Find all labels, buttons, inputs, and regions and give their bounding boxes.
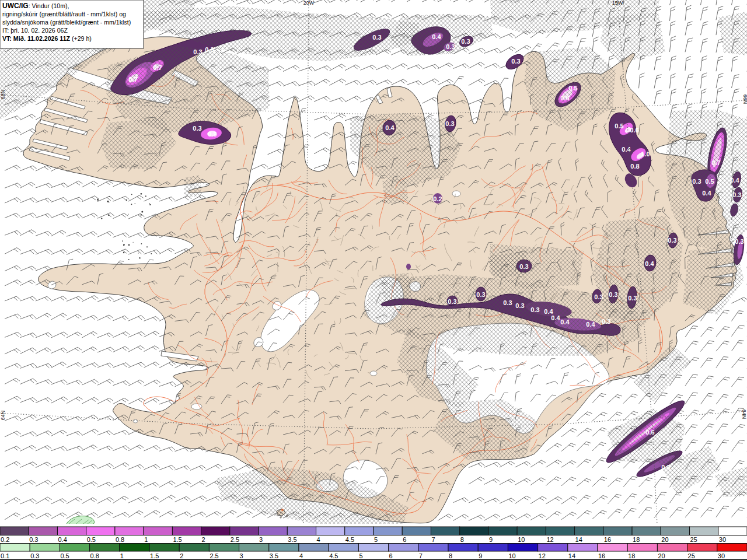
svg-text:18: 18 — [628, 552, 635, 559]
svg-text:3.5: 3.5 — [270, 552, 278, 559]
svg-text:0.3: 0.3 — [661, 464, 670, 471]
svg-text:0.5: 0.5 — [60, 552, 69, 559]
svg-text:0.4: 0.4 — [551, 314, 560, 321]
svg-text:0.3: 0.3 — [446, 43, 455, 50]
svg-text:0.6: 0.6 — [560, 94, 569, 102]
svg-text:16: 16 — [598, 552, 605, 559]
svg-text:0.7: 0.7 — [711, 159, 720, 166]
svg-text:IT: þri. 10. 02. 2026 06Z: IT: þri. 10. 02. 2026 06Z — [2, 27, 68, 34]
svg-text:15W: 15W — [612, 0, 623, 6]
svg-text:66N: 66N — [742, 94, 747, 104]
svg-text:0.3: 0.3 — [30, 552, 39, 559]
svg-text:64N: 64N — [741, 410, 747, 419]
svg-text:rigning/skúrir (grænt/blátt/ra: rigning/skúrir (grænt/blátt/rautt - mm/1… — [2, 10, 126, 18]
svg-text:20: 20 — [658, 552, 665, 559]
svg-text:0.3: 0.3 — [732, 191, 741, 198]
svg-text:3: 3 — [240, 552, 243, 559]
svg-text:3: 3 — [259, 536, 263, 543]
svg-text:0.5: 0.5 — [568, 85, 577, 92]
svg-text:6: 6 — [403, 536, 406, 543]
svg-text:0.8: 0.8 — [116, 536, 124, 543]
svg-text:0.4: 0.4 — [702, 190, 711, 197]
svg-text:10: 10 — [508, 552, 515, 559]
svg-text:25: 25 — [688, 552, 695, 559]
svg-text:0.8: 0.8 — [630, 163, 639, 170]
svg-text:0.3: 0.3 — [602, 318, 610, 325]
svg-text:14: 14 — [568, 552, 575, 559]
svg-text:0.3: 0.3 — [668, 237, 676, 244]
svg-text:6: 6 — [389, 552, 393, 559]
svg-text:0.6: 0.6 — [630, 127, 638, 134]
svg-text:0.2: 0.2 — [433, 195, 442, 202]
svg-text:0.7: 0.7 — [128, 76, 137, 83]
svg-text:3.5: 3.5 — [288, 536, 296, 543]
svg-text:0.3: 0.3 — [515, 302, 524, 309]
svg-text:1.5: 1.5 — [150, 552, 159, 559]
svg-text:0.3: 0.3 — [609, 291, 617, 298]
svg-text:4: 4 — [299, 552, 303, 559]
svg-text:0.3: 0.3 — [193, 125, 201, 132]
svg-text:64N: 64N — [0, 411, 6, 421]
svg-text:0.2: 0.2 — [1, 536, 9, 543]
svg-text:0.4: 0.4 — [586, 321, 595, 328]
svg-text:12: 12 — [539, 552, 546, 559]
svg-text:0.8: 0.8 — [90, 552, 99, 559]
svg-text:9: 9 — [479, 552, 482, 559]
svg-text:9: 9 — [489, 536, 493, 543]
svg-text:30: 30 — [718, 552, 725, 559]
svg-text:5: 5 — [359, 552, 362, 559]
svg-text:0.4: 0.4 — [58, 536, 67, 543]
svg-text:0.3: 0.3 — [692, 178, 701, 185]
svg-text:20W: 20W — [303, 0, 315, 6]
svg-text:0.3: 0.3 — [193, 48, 202, 55]
svg-text:0.4: 0.4 — [622, 146, 631, 153]
svg-text:0.3: 0.3 — [372, 34, 381, 41]
svg-text:VT: Mið. 11.02.2026 11Z (+29 h: VT: Mið. 11.02.2026 11Z (+29 h) — [2, 35, 92, 42]
svg-text:0.3: 0.3 — [476, 291, 485, 298]
svg-text:0.4: 0.4 — [730, 177, 739, 184]
svg-text:1: 1 — [120, 552, 124, 559]
svg-text:0.3: 0.3 — [594, 293, 603, 300]
svg-text:1: 1 — [144, 536, 148, 543]
svg-text:5: 5 — [374, 536, 378, 543]
svg-text:14: 14 — [575, 536, 582, 543]
svg-text:4.5: 4.5 — [329, 552, 338, 559]
svg-text:20: 20 — [661, 536, 668, 543]
svg-text:0.3: 0.3 — [735, 238, 743, 245]
svg-text:0.3: 0.3 — [628, 295, 637, 302]
svg-text:0.5: 0.5 — [615, 123, 623, 130]
svg-text:0.1: 0.1 — [1, 552, 9, 559]
svg-text:66N: 66N — [0, 90, 6, 100]
svg-text:8: 8 — [449, 552, 452, 559]
svg-text:2: 2 — [202, 536, 205, 543]
svg-text:0.3: 0.3 — [530, 306, 539, 313]
svg-text:4: 4 — [317, 536, 320, 543]
svg-text:16: 16 — [604, 536, 611, 543]
svg-text:0.3: 0.3 — [511, 58, 520, 65]
svg-text:UWC/IG: Vindur (10m),: UWC/IG: Vindur (10m), — [2, 2, 69, 10]
svg-text:0.9: 0.9 — [208, 131, 217, 138]
svg-text:0.3: 0.3 — [503, 299, 512, 306]
svg-text:0.4: 0.4 — [645, 260, 654, 267]
svg-text:4.5: 4.5 — [345, 536, 354, 543]
svg-text:10: 10 — [518, 536, 525, 543]
svg-text:0.3: 0.3 — [29, 536, 38, 543]
svg-text:0.3: 0.3 — [205, 46, 214, 53]
svg-text:0.3: 0.3 — [519, 263, 528, 270]
svg-text:0.5: 0.5 — [705, 178, 714, 185]
svg-text:30: 30 — [719, 536, 726, 543]
svg-text:0.4: 0.4 — [385, 124, 395, 131]
svg-text:12: 12 — [546, 536, 553, 543]
svg-text:0.4: 0.4 — [560, 318, 570, 326]
svg-text:0.3: 0.3 — [448, 298, 456, 305]
svg-text:2: 2 — [180, 552, 183, 559]
svg-text:1.0: 1.0 — [641, 150, 650, 158]
svg-text:1.5: 1.5 — [173, 536, 181, 543]
svg-text:8: 8 — [460, 536, 464, 543]
svg-text:2.5: 2.5 — [210, 552, 218, 559]
svg-text:0.6: 0.6 — [645, 429, 654, 436]
svg-text:0.3: 0.3 — [445, 120, 454, 127]
svg-text:0.7: 0.7 — [153, 64, 162, 71]
svg-text:0.3: 0.3 — [461, 38, 470, 45]
svg-text:0.4: 0.4 — [432, 33, 441, 40]
